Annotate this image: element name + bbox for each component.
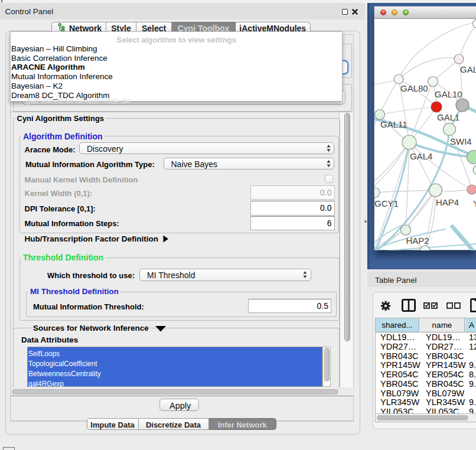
svg-text:YEL: YEL xyxy=(473,198,476,208)
svg-text:GAL11: GAL11 xyxy=(380,119,407,129)
svg-text:GAL8: GAL8 xyxy=(460,64,476,74)
svg-text:GCY1: GCY1 xyxy=(374,198,399,208)
svg-text:GAL4: GAL4 xyxy=(410,151,432,161)
svg-text:GAL1: GAL1 xyxy=(437,112,459,122)
svg-text:HAP4: HAP4 xyxy=(436,197,459,207)
svg-text:GAL80: GAL80 xyxy=(400,83,428,93)
svg-text:HAP2: HAP2 xyxy=(406,236,429,246)
svg-text:SWI4: SWI4 xyxy=(450,136,472,146)
svg-text:GAL10: GAL10 xyxy=(435,89,462,99)
